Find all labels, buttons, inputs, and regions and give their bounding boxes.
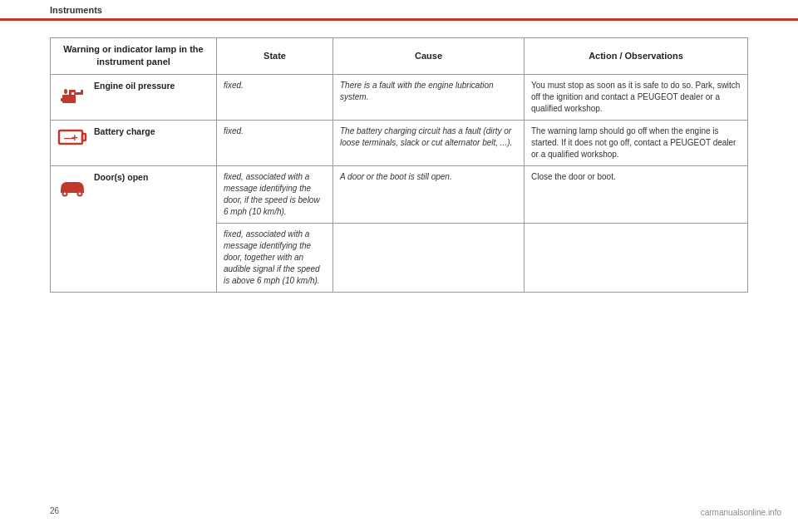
- cause-cell-battery: The battery charging circuit has a fault…: [333, 120, 525, 165]
- page-header: Instruments: [0, 0, 798, 21]
- action-cell-battery: The warning lamp should go off when the …: [525, 120, 748, 165]
- svg-point-6: [64, 89, 67, 94]
- svg-point-13: [64, 192, 66, 195]
- svg-rect-3: [81, 90, 83, 95]
- table-row: — + Battery charge fixed. The battery ch…: [51, 120, 748, 165]
- col-header-lamp: Warning or indicator lamp in the instrum…: [51, 38, 217, 75]
- state-cell-door-2: fixed, associated with a message identif…: [217, 223, 333, 292]
- lamp-cell-battery: — + Battery charge: [51, 120, 217, 165]
- svg-rect-8: [82, 134, 86, 140]
- warning-lamps-table: Warning or indicator lamp in the instrum…: [50, 37, 748, 293]
- col-header-cause: Cause: [333, 38, 525, 75]
- svg-rect-5: [69, 90, 71, 96]
- door-open-icon: [57, 171, 87, 201]
- svg-text:+: +: [71, 131, 78, 144]
- col-header-state: State: [217, 38, 333, 75]
- svg-rect-0: [62, 95, 76, 103]
- page-number: 26: [50, 506, 59, 515]
- battery-icon: — +: [57, 126, 87, 149]
- watermark: carmanualsonline.info: [701, 508, 781, 517]
- svg-point-14: [79, 192, 81, 195]
- section-title: Instruments: [50, 5, 748, 15]
- col-header-action: Action / Observations: [525, 38, 748, 75]
- main-content: Warning or indicator lamp in the instrum…: [0, 21, 798, 309]
- oil-pressure-icon: [57, 80, 87, 110]
- lamp-label-door: Door(s) open: [94, 171, 148, 184]
- action-cell-oil: You must stop as soon as it is safe to d…: [525, 74, 748, 120]
- lamp-cell-oil: Engine oil pressure: [51, 74, 217, 120]
- cause-cell-door-1: A door or the boot is still open.: [333, 165, 525, 223]
- cause-cell-oil: There is a fault with the engine lubrica…: [333, 74, 525, 120]
- action-cell-door-1: Close the door or boot.: [525, 165, 748, 223]
- lamp-cell-door: Door(s) open: [51, 165, 217, 292]
- state-cell-oil: fixed.: [217, 74, 333, 120]
- action-cell-door-2: [525, 223, 748, 292]
- lamp-label-battery: Battery charge: [94, 126, 155, 138]
- table-row: Engine oil pressure fixed. There is a fa…: [51, 74, 748, 120]
- cause-cell-door-2: [333, 223, 525, 292]
- state-cell-battery: fixed.: [217, 120, 333, 165]
- table-row: Door(s) open fixed, associated with a me…: [51, 165, 748, 223]
- state-cell-door-1: fixed, associated with a message identif…: [217, 165, 333, 223]
- svg-rect-1: [61, 98, 64, 101]
- lamp-label-oil: Engine oil pressure: [94, 80, 175, 92]
